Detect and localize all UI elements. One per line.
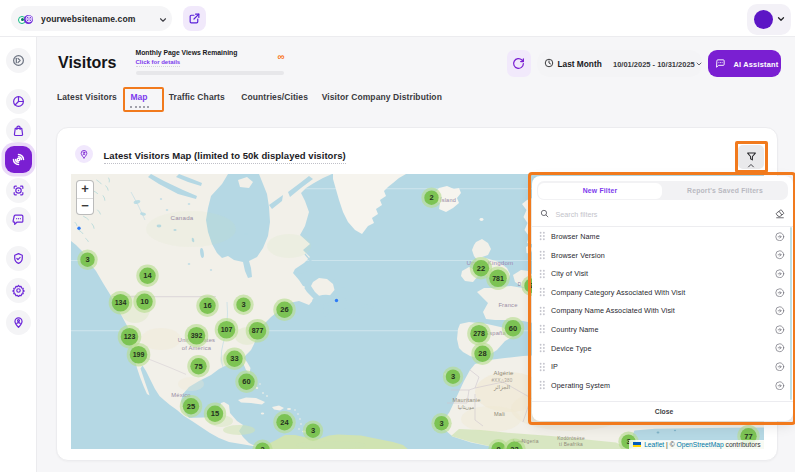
svg-text:28: 28: [478, 349, 486, 358]
svg-text:3: 3: [450, 372, 454, 381]
svg-text:60: 60: [242, 377, 250, 386]
svg-text:22: 22: [476, 264, 484, 273]
svg-text:14: 14: [143, 271, 152, 280]
svg-text:15: 15: [210, 409, 218, 418]
svg-text:2: 2: [260, 445, 264, 449]
svg-text:موريتانيا: موريتانيا: [457, 404, 474, 410]
svg-text:60: 60: [508, 324, 516, 333]
svg-text:3: 3: [241, 300, 245, 309]
svg-text:33: 33: [230, 354, 238, 363]
svg-text:3: 3: [439, 419, 443, 428]
svg-text:25: 25: [186, 402, 194, 411]
svg-text:France: France: [498, 302, 517, 308]
svg-text:16: 16: [203, 301, 211, 310]
svg-text:123: 123: [123, 333, 135, 340]
svg-text:781: 781: [492, 275, 504, 282]
svg-text:107: 107: [220, 326, 232, 333]
svg-text:75: 75: [194, 362, 202, 371]
svg-text:278: 278: [473, 330, 485, 337]
svg-text:Mauritanie: Mauritanie: [452, 397, 480, 403]
svg-text:877: 877: [251, 327, 263, 334]
svg-text:3: 3: [85, 255, 89, 264]
svg-text:392: 392: [190, 332, 202, 339]
svg-text:Canada: Canada: [170, 214, 193, 221]
svg-text:24: 24: [280, 418, 289, 427]
svg-text:D: D: [517, 282, 521, 287]
svg-text:3: 3: [310, 426, 314, 435]
svg-text:Mali: Mali: [493, 411, 504, 417]
svg-text:23: 23: [510, 445, 518, 449]
svg-text:26: 26: [280, 305, 288, 314]
svg-text:9: 9: [496, 445, 500, 449]
svg-text:tí Beafrika: tí Beafrika: [559, 442, 583, 447]
svg-text:Kodórósèse: Kodórósèse: [557, 436, 585, 441]
svg-text:134: 134: [114, 299, 126, 306]
svg-text:199: 199: [132, 351, 144, 358]
svg-text:#XX△380: #XX△380: [491, 378, 512, 383]
svg-text:Ísland: Ísland: [439, 197, 455, 203]
svg-text:Algérie: Algérie: [493, 370, 514, 376]
svg-text:الجزائر: الجزائر: [493, 384, 510, 391]
svg-text:Nigeria: Nigeria: [521, 438, 538, 444]
svg-text:2: 2: [429, 193, 433, 202]
svg-text:10: 10: [140, 297, 148, 306]
